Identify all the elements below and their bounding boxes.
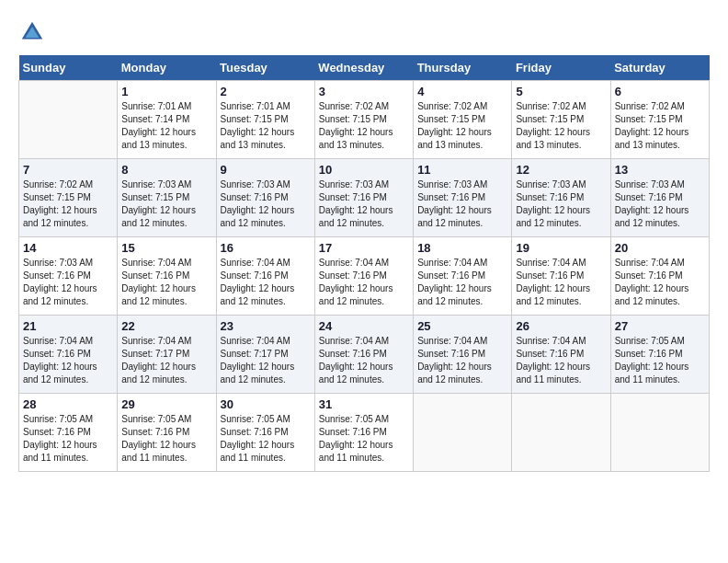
logo-icon [18, 18, 46, 46]
day-info: Sunrise: 7:05 AM Sunset: 7:16 PM Dayligh… [221, 413, 311, 465]
day-info: Sunrise: 7:04 AM Sunset: 7:16 PM Dayligh… [121, 257, 211, 308]
week-row-2: 7Sunrise: 7:02 AM Sunset: 7:15 PM Daylig… [19, 159, 710, 237]
weekday-header-monday: Monday [118, 55, 216, 81]
calendar-cell: 31Sunrise: 7:05 AM Sunset: 7:16 PM Dayli… [314, 394, 413, 472]
calendar-cell [512, 394, 610, 472]
day-info: Sunrise: 7:03 AM Sunset: 7:16 PM Dayligh… [23, 257, 113, 308]
day-number: 25 [417, 319, 507, 333]
day-info: Sunrise: 7:02 AM Sunset: 7:15 PM Dayligh… [319, 100, 409, 152]
day-number: 30 [221, 397, 311, 411]
day-info: Sunrise: 7:04 AM Sunset: 7:16 PM Dayligh… [221, 257, 311, 308]
calendar-cell: 19Sunrise: 7:04 AM Sunset: 7:16 PM Dayli… [512, 237, 610, 316]
calendar-cell: 30Sunrise: 7:05 AM Sunset: 7:16 PM Dayli… [216, 394, 314, 472]
day-number: 9 [221, 163, 311, 177]
calendar-cell: 9Sunrise: 7:03 AM Sunset: 7:16 PM Daylig… [216, 159, 314, 237]
day-info: Sunrise: 7:05 AM Sunset: 7:16 PM Dayligh… [319, 413, 409, 465]
day-info: Sunrise: 7:03 AM Sunset: 7:15 PM Dayligh… [121, 178, 211, 230]
day-info: Sunrise: 7:05 AM Sunset: 7:16 PM Dayligh… [121, 413, 211, 465]
day-number: 4 [417, 85, 507, 98]
day-info: Sunrise: 7:04 AM Sunset: 7:16 PM Dayligh… [417, 257, 507, 308]
day-number: 23 [221, 319, 311, 333]
calendar-cell [19, 81, 118, 159]
day-info: Sunrise: 7:04 AM Sunset: 7:16 PM Dayligh… [23, 335, 113, 386]
day-number: 2 [221, 85, 311, 98]
calendar-cell: 23Sunrise: 7:04 AM Sunset: 7:17 PM Dayli… [216, 316, 314, 394]
day-number: 21 [23, 319, 113, 333]
day-number: 13 [615, 163, 705, 177]
calendar-cell: 2Sunrise: 7:01 AM Sunset: 7:15 PM Daylig… [216, 81, 314, 159]
day-info: Sunrise: 7:04 AM Sunset: 7:16 PM Dayligh… [319, 335, 409, 386]
day-info: Sunrise: 7:04 AM Sunset: 7:16 PM Dayligh… [516, 335, 606, 386]
weekday-header-row: SundayMondayTuesdayWednesdayThursdayFrid… [19, 55, 710, 81]
weekday-header-saturday: Saturday [610, 55, 709, 81]
day-number: 20 [615, 241, 705, 255]
day-number: 28 [23, 397, 113, 411]
day-info: Sunrise: 7:03 AM Sunset: 7:16 PM Dayligh… [221, 178, 311, 230]
day-info: Sunrise: 7:03 AM Sunset: 7:16 PM Dayligh… [615, 178, 705, 230]
day-number: 5 [516, 85, 606, 98]
day-number: 11 [417, 163, 507, 177]
calendar-cell: 11Sunrise: 7:03 AM Sunset: 7:16 PM Dayli… [414, 159, 512, 237]
calendar-table: SundayMondayTuesdayWednesdayThursdayFrid… [18, 55, 710, 472]
calendar-cell: 3Sunrise: 7:02 AM Sunset: 7:15 PM Daylig… [314, 81, 413, 159]
calendar-cell: 21Sunrise: 7:04 AM Sunset: 7:16 PM Dayli… [19, 316, 118, 394]
day-info: Sunrise: 7:04 AM Sunset: 7:16 PM Dayligh… [417, 335, 507, 386]
calendar-cell: 20Sunrise: 7:04 AM Sunset: 7:16 PM Dayli… [610, 237, 709, 316]
day-number: 7 [23, 163, 113, 177]
day-number: 16 [221, 241, 311, 255]
calendar-cell: 25Sunrise: 7:04 AM Sunset: 7:16 PM Dayli… [414, 316, 512, 394]
logo [18, 18, 50, 46]
calendar-cell: 26Sunrise: 7:04 AM Sunset: 7:16 PM Dayli… [512, 316, 610, 394]
day-number: 3 [319, 85, 409, 98]
day-info: Sunrise: 7:04 AM Sunset: 7:17 PM Dayligh… [221, 335, 311, 386]
weekday-header-wednesday: Wednesday [314, 55, 413, 81]
day-info: Sunrise: 7:03 AM Sunset: 7:16 PM Dayligh… [319, 178, 409, 230]
calendar-cell: 24Sunrise: 7:04 AM Sunset: 7:16 PM Dayli… [314, 316, 413, 394]
day-info: Sunrise: 7:02 AM Sunset: 7:15 PM Dayligh… [516, 100, 606, 152]
day-number: 12 [516, 163, 606, 177]
weekday-header-sunday: Sunday [19, 55, 118, 81]
day-info: Sunrise: 7:03 AM Sunset: 7:16 PM Dayligh… [516, 178, 606, 230]
page-header [18, 18, 710, 46]
calendar-cell: 4Sunrise: 7:02 AM Sunset: 7:15 PM Daylig… [414, 81, 512, 159]
day-number: 26 [516, 319, 606, 333]
calendar-cell [610, 394, 709, 472]
day-number: 19 [516, 241, 606, 255]
day-info: Sunrise: 7:05 AM Sunset: 7:16 PM Dayligh… [615, 335, 705, 386]
day-info: Sunrise: 7:04 AM Sunset: 7:17 PM Dayligh… [121, 335, 211, 386]
calendar-cell: 16Sunrise: 7:04 AM Sunset: 7:16 PM Dayli… [216, 237, 314, 316]
calendar-cell: 28Sunrise: 7:05 AM Sunset: 7:16 PM Dayli… [19, 394, 118, 472]
day-number: 10 [319, 163, 409, 177]
weekday-header-thursday: Thursday [414, 55, 512, 81]
calendar-cell: 15Sunrise: 7:04 AM Sunset: 7:16 PM Dayli… [118, 237, 216, 316]
day-info: Sunrise: 7:02 AM Sunset: 7:15 PM Dayligh… [417, 100, 507, 152]
day-number: 29 [121, 397, 211, 411]
calendar-cell: 1Sunrise: 7:01 AM Sunset: 7:14 PM Daylig… [118, 81, 216, 159]
day-info: Sunrise: 7:04 AM Sunset: 7:16 PM Dayligh… [516, 257, 606, 308]
day-number: 24 [319, 319, 409, 333]
day-info: Sunrise: 7:05 AM Sunset: 7:16 PM Dayligh… [23, 413, 113, 465]
day-number: 27 [615, 319, 705, 333]
week-row-4: 21Sunrise: 7:04 AM Sunset: 7:16 PM Dayli… [19, 316, 710, 394]
day-number: 18 [417, 241, 507, 255]
day-info: Sunrise: 7:02 AM Sunset: 7:15 PM Dayligh… [615, 100, 705, 152]
day-number: 17 [319, 241, 409, 255]
calendar-cell: 13Sunrise: 7:03 AM Sunset: 7:16 PM Dayli… [610, 159, 709, 237]
day-info: Sunrise: 7:04 AM Sunset: 7:16 PM Dayligh… [615, 257, 705, 308]
week-row-3: 14Sunrise: 7:03 AM Sunset: 7:16 PM Dayli… [19, 237, 710, 316]
calendar-cell: 14Sunrise: 7:03 AM Sunset: 7:16 PM Dayli… [19, 237, 118, 316]
day-number: 6 [615, 85, 705, 98]
day-info: Sunrise: 7:01 AM Sunset: 7:15 PM Dayligh… [221, 100, 311, 152]
calendar-cell: 6Sunrise: 7:02 AM Sunset: 7:15 PM Daylig… [610, 81, 709, 159]
day-number: 31 [319, 397, 409, 411]
weekday-header-tuesday: Tuesday [216, 55, 314, 81]
calendar-cell: 8Sunrise: 7:03 AM Sunset: 7:15 PM Daylig… [118, 159, 216, 237]
day-number: 15 [121, 241, 211, 255]
day-number: 1 [121, 85, 211, 98]
day-number: 22 [121, 319, 211, 333]
day-info: Sunrise: 7:02 AM Sunset: 7:15 PM Dayligh… [23, 178, 113, 230]
calendar-cell: 17Sunrise: 7:04 AM Sunset: 7:16 PM Dayli… [314, 237, 413, 316]
calendar-cell: 22Sunrise: 7:04 AM Sunset: 7:17 PM Dayli… [118, 316, 216, 394]
calendar-cell: 27Sunrise: 7:05 AM Sunset: 7:16 PM Dayli… [610, 316, 709, 394]
week-row-5: 28Sunrise: 7:05 AM Sunset: 7:16 PM Dayli… [19, 394, 710, 472]
